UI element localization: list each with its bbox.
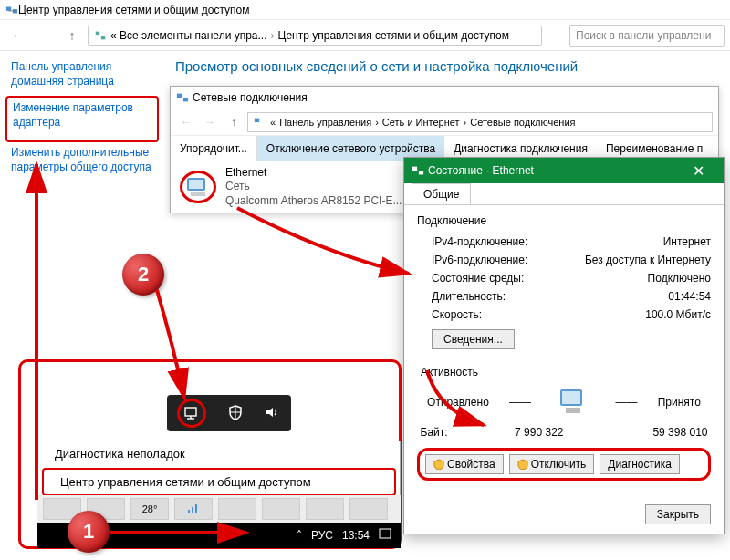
conn-device: Qualcomm Atheros AR8152 PCI-E... (225, 194, 402, 209)
inner-up[interactable]: ↑ (224, 112, 244, 132)
sidebar-home-link[interactable]: Панель управления — домашняя страница (11, 60, 153, 88)
inner-bc1[interactable]: Панель управления (279, 117, 371, 128)
details-button[interactable]: Сведения... (432, 329, 515, 349)
inner-bc2[interactable]: Сеть и Интернет (382, 117, 460, 128)
svg-rect-9 (189, 180, 203, 189)
svg-rect-12 (419, 171, 423, 174)
inner-titlebar: Сетевые подключения (171, 87, 718, 109)
speed-label: Скорость: (432, 308, 482, 321)
svg-rect-16 (185, 408, 196, 416)
diagnose-button[interactable]: Диагностика (600, 454, 680, 474)
tray-defender-icon[interactable] (227, 404, 244, 423)
tab-general[interactable]: Общие (412, 183, 471, 204)
svg-rect-23 (195, 504, 197, 513)
inner-forward[interactable]: → (200, 112, 220, 132)
page-heading: Просмотр основных сведений о сети и наст… (175, 58, 719, 74)
status-icon (412, 164, 424, 177)
tbk-5[interactable] (262, 498, 300, 520)
bytes-label: Байт: (421, 426, 466, 439)
window-titlebar: Центр управления сетями и общим доступом (0, 0, 730, 20)
ethernet-adapter-label[interactable]: Ethernet Сеть Qualcomm Atheros AR8152 PC… (225, 166, 402, 209)
network-icon (94, 29, 107, 42)
ipv6-value: Без доступа к Интернету (585, 254, 711, 266)
network-context-menu: Диагностика неполадок Центр управления с… (37, 441, 401, 499)
forward-button[interactable]: → (33, 24, 57, 47)
up-button[interactable]: ↑ (60, 24, 84, 47)
svg-rect-6 (183, 98, 188, 101)
inner-title: Сетевые подключения (193, 91, 308, 104)
tray-network-icon[interactable] (177, 399, 206, 428)
menu-diagnose[interactable]: Диагностика неполадок (38, 441, 400, 466)
address-bar[interactable]: « Все элементы панели упра... › Центр уп… (88, 26, 542, 46)
svg-rect-7 (255, 119, 259, 122)
tbk-3[interactable] (174, 498, 213, 520)
activity-header: Отправлено —— —— Принято (417, 384, 711, 420)
svg-rect-24 (380, 529, 391, 538)
ethernet-adapter-icon[interactable] (180, 171, 216, 203)
navbar: ← → ↑ « Все элементы панели упра... › Це… (0, 20, 730, 51)
svg-rect-22 (192, 507, 193, 513)
svg-rect-21 (188, 510, 190, 513)
inner-bc3[interactable]: Сетевые подключения (470, 117, 575, 128)
status-titlebar[interactable]: Состояние - Ethernet ✕ (404, 158, 724, 183)
ethernet-status-dialog: Состояние - Ethernet ✕ Общие Подключение… (403, 157, 725, 534)
speed-value: 100.0 Мбит/с (645, 308, 711, 321)
step-1-badge: 1 (68, 511, 110, 553)
ipv6-label: IPv6-подключение: (432, 254, 527, 266)
tray-lang[interactable]: РУС (311, 529, 333, 542)
status-close-button[interactable]: ✕ (680, 158, 716, 183)
tbk-7[interactable] (349, 498, 388, 520)
breadcrumb-sep: › (271, 29, 275, 42)
disable-button[interactable]: Отключить (509, 454, 595, 474)
menu-network-center[interactable]: Центр управления сетями и общим доступом (42, 468, 396, 496)
ipv4-value: Интернет (663, 235, 711, 248)
svg-rect-0 (6, 6, 11, 10)
duration-value: 01:44:54 (668, 290, 711, 303)
tray-volume-icon[interactable] (265, 405, 281, 422)
inner-address[interactable]: « Панель управления› Сеть и Интернет› Се… (247, 112, 713, 132)
status-title-text: Состояние - Ethernet (428, 164, 534, 177)
svg-rect-15 (566, 408, 580, 413)
ipv4-label: IPv4-подключение: (432, 235, 527, 248)
tray-chevron-icon[interactable]: ˄ (297, 529, 302, 542)
conn-name: Ethernet (225, 166, 402, 181)
window-title: Центр управления сетями и общим доступом (18, 4, 250, 16)
svg-rect-11 (412, 167, 417, 171)
inner-nav: ← → ↑ « Панель управления› Сеть и Интерн… (171, 109, 718, 136)
step-2-badge: 2 (122, 254, 164, 296)
sidebar-sharing-link[interactable]: Изменить дополнительные параметры общего… (11, 146, 153, 174)
search-input[interactable]: Поиск в панели управлени (569, 25, 725, 47)
conn-network: Сеть (225, 180, 402, 194)
folder-icon (254, 116, 266, 129)
activity-icon (551, 384, 595, 420)
sidebar-adapter-link[interactable]: Изменение параметров адаптера (13, 101, 151, 130)
close-button[interactable]: Закрыть (645, 504, 711, 524)
tb-organize[interactable]: Упорядочит... (171, 136, 257, 161)
duration-label: Длительность: (432, 290, 506, 303)
tbk-4[interactable] (218, 498, 256, 520)
recv-label: Принято (658, 396, 701, 409)
properties-button[interactable]: Свойства (425, 454, 504, 474)
media-label: Состояние среды: (432, 272, 524, 285)
group-connection: Подключение (417, 214, 711, 227)
bytes-sent: 7 990 322 (473, 426, 564, 439)
group-activity: ААктивность (413, 366, 711, 379)
tbk-temp[interactable]: 28° (130, 498, 169, 520)
svg-rect-10 (191, 192, 205, 196)
status-body: Подключение IPv4-подключение:Интернет IP… (404, 205, 724, 490)
inner-back[interactable]: ← (176, 112, 196, 132)
svg-rect-5 (177, 94, 182, 98)
breadcrumb-current[interactable]: Центр управления сетями и общим доступом (278, 29, 510, 42)
media-value: Подключено (648, 272, 711, 285)
action-buttons-highlight: Свойства Отключить Диагностика (417, 448, 711, 481)
status-tabs: Общие (404, 183, 724, 205)
activity-bytes: Байт: 7 990 322 59 398 010 (417, 426, 711, 439)
back-button[interactable]: ← (5, 24, 29, 47)
svg-rect-4 (101, 36, 105, 39)
tray-time[interactable]: 13:54 (342, 529, 370, 542)
tray-notification-icon[interactable] (379, 528, 391, 544)
sent-label: Отправлено (427, 396, 489, 409)
tbk-6[interactable] (306, 498, 344, 520)
breadcrumb-prev[interactable]: « Все элементы панели упра... (110, 29, 267, 42)
sidebar-adapter-highlight: Изменение параметров адаптера (5, 96, 159, 142)
